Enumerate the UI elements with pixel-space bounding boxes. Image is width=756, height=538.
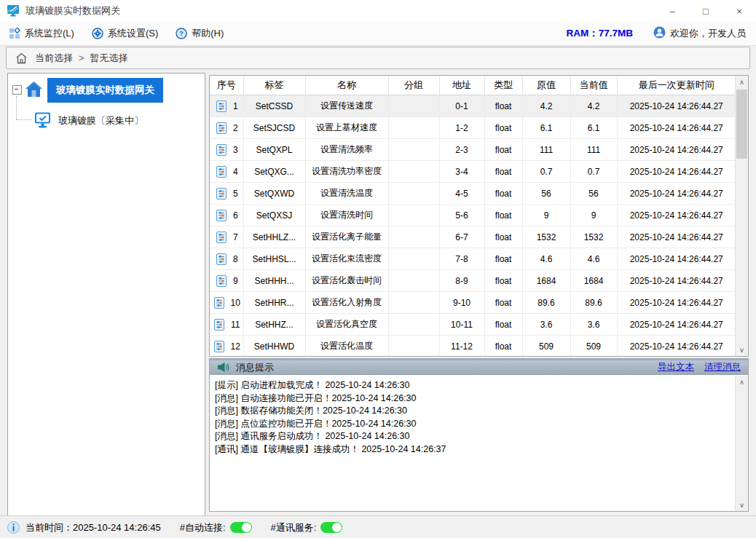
tree-connector [16, 119, 32, 120]
cell-type: float [484, 139, 522, 161]
cell-index: 11 [210, 314, 243, 336]
tree-child-node[interactable]: 玻璃镀膜〔采集中〕 [34, 109, 143, 132]
cell-address: 1-2 [439, 117, 484, 139]
cell-last-update: 2025-10-24 14:26:44.27 [617, 95, 736, 117]
clear-messages-link[interactable]: 清理消息 [704, 361, 741, 373]
table-row[interactable]: 3SetQXPL设置清洗频率2-3float1111112025-10-24 1… [210, 139, 736, 161]
cell-address: 6-7 [439, 226, 484, 248]
cell-type: float [484, 270, 522, 292]
cell-tag: SetHHLZ... [243, 226, 305, 248]
tree-child-label[interactable]: 玻璃镀膜〔采集中〕 [58, 114, 143, 127]
table-row[interactable]: 6SetQXSJ设置清洗时间5-6float992025-10-24 14:26… [210, 205, 736, 226]
col-type[interactable]: 类型 [484, 76, 522, 95]
col-name[interactable]: 名称 [305, 76, 388, 95]
cell-tag: SetHHR... [243, 292, 305, 314]
close-button[interactable]: × [722, 0, 756, 22]
comm-service-label: #通讯服务: [271, 521, 317, 534]
table-row[interactable]: 2SetSJCSD设置上基材速度1-2float6.16.12025-10-24… [210, 117, 736, 139]
table-header-row: 序号 标签 名称 分组 地址 类型 原值 当前值 最后一次更新时间 [210, 76, 736, 95]
cell-name: 设置活化温度 [305, 336, 388, 357]
menu-help[interactable]: ? 帮助(H) [167, 22, 232, 45]
scroll-down-icon[interactable]: ∨ [736, 499, 748, 511]
row-number: 10 [231, 298, 240, 308]
table-row[interactable]: 4SetQXG...设置清洗功率密度3-4float0.70.72025-10-… [210, 161, 736, 183]
cell-address: 0-1 [439, 95, 484, 117]
table-row[interactable]: 7SetHHLZ...设置活化离子能量6-7float153215322025-… [210, 226, 736, 248]
col-original-value[interactable]: 原值 [522, 76, 570, 95]
monitor-grid-icon [9, 28, 20, 39]
cell-index: 1 [210, 95, 243, 117]
table-row[interactable]: 11SetHHZ...设置活化真空度10-11float3.63.62025-1… [210, 314, 736, 336]
cell-group [388, 226, 439, 248]
device-tree-panel [7, 73, 205, 517]
auto-connect-toggle[interactable] [230, 522, 252, 533]
parameter-icon [215, 274, 228, 288]
cell-index: 8 [210, 248, 243, 270]
col-group[interactable]: 分组 [388, 76, 439, 95]
tree-root-label[interactable]: 玻璃镀膜实时数据网关 [47, 78, 163, 103]
cell-last-update: 2025-10-24 14:26:44.27 [617, 336, 736, 357]
message-item: [消息] 自动连接功能已开启！2025-10-24 14:26:30 [215, 392, 736, 406]
row-number: 4 [233, 167, 238, 177]
cell-address: 10-11 [439, 314, 484, 336]
table-row[interactable]: 12SetHHWD设置活化温度11-12float5095092025-10-2… [210, 336, 736, 357]
cell-original-value: 4.6 [522, 248, 570, 270]
parameter-icon [215, 231, 228, 244]
scroll-up-icon[interactable]: ∧ [736, 76, 748, 88]
row-number: 5 [233, 189, 238, 199]
export-text-link[interactable]: 导出文本 [658, 361, 694, 373]
table-row[interactable]: 9SetHHH...设置活化轰击时间8-9float168416842025-1… [210, 270, 736, 292]
minimize-button[interactable]: – [655, 0, 689, 22]
cell-address: 11-12 [439, 336, 484, 357]
cell-group [388, 336, 439, 357]
cell-current-value: 89.6 [570, 292, 617, 314]
cell-current-value: 509 [570, 336, 617, 357]
table-scrollbar[interactable]: ∧ ∨ [735, 76, 748, 356]
table-row[interactable]: 5SetQXWD设置清洗温度4-5float56562025-10-24 14:… [210, 183, 736, 205]
scroll-down-icon[interactable]: ∨ [736, 344, 748, 356]
col-address[interactable]: 地址 [439, 76, 484, 95]
cell-index: 9 [210, 270, 243, 292]
gear-icon [92, 28, 103, 39]
row-number: 3 [233, 145, 238, 155]
parameter-icon [215, 143, 228, 157]
tree-root-node[interactable]: 玻璃镀膜实时数据网关 [25, 77, 163, 103]
row-number: 8 [233, 254, 238, 264]
menu-label: 帮助(H) [192, 27, 224, 40]
comm-service-toggle[interactable] [320, 522, 342, 533]
cell-current-value: 3.6 [570, 314, 617, 336]
tree-collapse-toggle[interactable] [12, 85, 22, 95]
cell-current-value: 1684 [570, 270, 617, 292]
col-current-value[interactable]: 当前值 [570, 76, 617, 95]
cell-group [388, 248, 439, 270]
cell-name: 设置清洗时间 [305, 205, 388, 226]
window-title: 玻璃镀膜实时数据网关 [25, 4, 120, 17]
col-last-update[interactable]: 最后一次更新时间 [617, 76, 736, 95]
message-item: [提示] 启动进程加载完成！ 2025-10-24 14:26:30 [215, 379, 736, 392]
cell-original-value: 509 [522, 336, 570, 357]
message-list-container: [提示] 启动进程加载完成！ 2025-10-24 14:26:30[消息] 自… [210, 376, 736, 511]
cell-type: float [484, 336, 522, 357]
cell-original-value: 0.7 [522, 161, 570, 183]
table-row[interactable]: 10SetHHR...设置活化入射角度9-10float89.689.62025… [210, 292, 736, 314]
table-row[interactable]: 1SetCSSD设置传送速度0-1float4.24.22025-10-24 1… [210, 95, 736, 117]
message-item: [消息] 点位监控功能已开启！2025-10-24 14:26:30 [215, 418, 736, 431]
message-scrollbar[interactable]: ∧ ∨ [735, 376, 748, 511]
menu-system-monitor[interactable]: 系统监控(L) [0, 22, 83, 45]
cell-current-value: 1532 [570, 226, 617, 248]
cell-group [388, 270, 439, 292]
col-index[interactable]: 序号 [210, 76, 243, 95]
menu-system-settings[interactable]: 系统设置(S) [83, 22, 167, 45]
col-tag[interactable]: 标签 [243, 76, 305, 95]
menu-label: 系统设置(S) [108, 27, 158, 40]
scrollbar-thumb[interactable] [736, 90, 747, 159]
cell-last-update: 2025-10-24 14:26:44.27 [617, 270, 736, 292]
table-row[interactable]: 8SetHHSL...设置活化束流密度7-8float4.64.62025-10… [210, 248, 736, 270]
cell-tag: SetHHSL... [243, 248, 305, 270]
cell-last-update: 2025-10-24 14:26:44.27 [617, 314, 736, 336]
row-number: 12 [231, 341, 240, 352]
cell-original-value: 9 [522, 205, 570, 226]
scroll-up-icon[interactable]: ∧ [736, 376, 748, 388]
auto-connect-label: #自动连接: [180, 521, 226, 534]
maximize-button[interactable]: □ [689, 0, 722, 22]
